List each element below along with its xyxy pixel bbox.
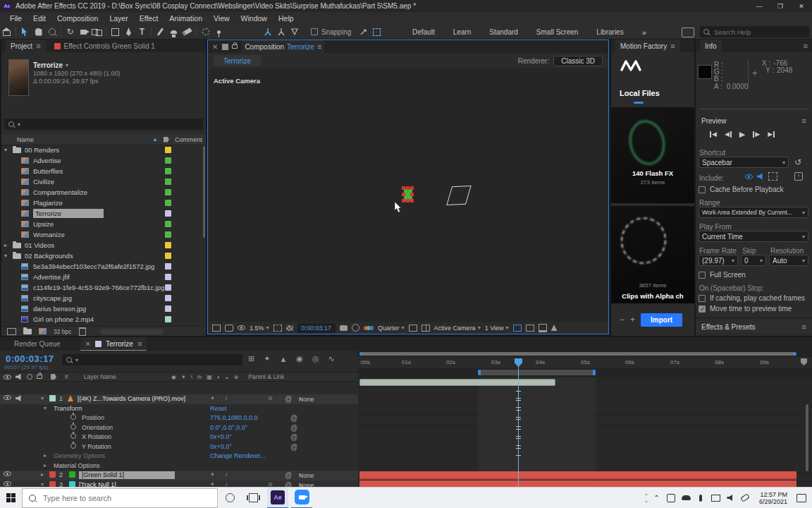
trash-icon[interactable] — [79, 327, 86, 336]
label-color-chip[interactable] — [165, 168, 171, 174]
workspace-libraries[interactable]: Libraries — [596, 28, 623, 36]
property-value[interactable]: 0.0°,0.0°,0.0° — [210, 424, 247, 431]
layer-name[interactable]: [Green Solid 1] — [79, 471, 175, 479]
parent-pickwhip-icon[interactable]: @ — [285, 471, 292, 479]
layer-color-chip[interactable] — [49, 471, 56, 478]
change-renderer-link[interactable]: Change Renderer... — [210, 452, 266, 459]
effects-presets-menu-icon[interactable]: ≡ — [802, 322, 806, 331]
x-rotation-property-row[interactable]: X Rotation 0x+0.0° @ — [0, 433, 358, 442]
project-item-image[interactable]: cityscape.jpg — [1, 293, 206, 303]
type-tool-icon[interactable]: T — [135, 26, 149, 38]
previous-frame-button[interactable]: ◀ — [725, 131, 732, 138]
project-item-comp[interactable]: Civilize — [1, 176, 206, 187]
world-axis-mode-icon[interactable] — [274, 26, 288, 38]
move-time-checkbox[interactable] — [699, 306, 706, 313]
play-button[interactable]: ▶ — [739, 131, 745, 138]
include-audio-icon[interactable] — [757, 174, 764, 180]
motion-blur-icon[interactable]: ◎ — [312, 354, 319, 363]
property-label[interactable]: Orientation — [82, 424, 113, 431]
tab-info[interactable]: Info — [700, 40, 722, 52]
timeline-panel-menu-icon[interactable]: ≡ — [137, 339, 142, 348]
network-display-icon[interactable] — [709, 490, 722, 506]
close-tab-icon[interactable]: ✕ — [212, 43, 218, 51]
label-color-chip[interactable] — [165, 284, 171, 291]
resolution-dropdown[interactable]: Quarter▾ — [378, 325, 405, 332]
collapse-switch[interactable]: ✦ — [210, 471, 215, 478]
comp-flowchart-icon[interactable] — [539, 324, 547, 332]
layer-name-column-label[interactable]: Layer Name — [84, 373, 116, 380]
label-color-chip[interactable] — [165, 274, 171, 280]
brush-tool-icon[interactable] — [154, 26, 167, 38]
index-column-label[interactable]: # — [65, 373, 68, 380]
property-label[interactable]: X Rotation — [82, 433, 111, 440]
taskbar-clock-time[interactable]: 12:57 PM — [760, 491, 787, 498]
workspace-learn[interactable]: Learn — [453, 28, 472, 36]
full-screen-checkbox[interactable] — [699, 272, 706, 279]
transform-handle[interactable] — [410, 186, 414, 190]
graph-editor-icon[interactable]: ∿ — [328, 354, 335, 363]
project-item-image[interactable]: darius benson.jpg — [1, 303, 206, 314]
layer-color-chip[interactable] — [49, 395, 56, 401]
project-scrollbar[interactable] — [203, 146, 205, 238]
label-color-chip[interactable] — [165, 189, 171, 195]
layer1-duration-bar[interactable] — [359, 379, 555, 386]
link-icon[interactable] — [739, 490, 752, 506]
main-monitor-icon[interactable] — [225, 325, 233, 332]
shortcut-dropdown[interactable]: Spacebar▾ — [699, 157, 789, 168]
home-icon[interactable] — [0, 26, 13, 38]
fx-switch-icon[interactable]: fx — [197, 374, 202, 380]
workspace-overflow-chevron[interactable]: » — [642, 28, 646, 37]
pack-card-flash-fx[interactable]: 140 Flash FX 273 items — [611, 107, 694, 203]
preview-panel-header[interactable]: Preview≡ — [696, 114, 812, 127]
camera-tool-icon[interactable] — [77, 26, 90, 38]
shy-switch-icon[interactable]: ◉ — [171, 374, 176, 380]
material-options-row[interactable]: ▸ Material Options — [0, 461, 358, 471]
menu-help[interactable]: Help — [273, 14, 300, 23]
workspace-small-screen[interactable]: Small Screen — [536, 28, 578, 36]
close-button[interactable]: ✕ — [791, 0, 812, 12]
draft-3d-icon[interactable]: ✦ — [264, 354, 270, 363]
layer-visibility-icon[interactable] — [4, 395, 11, 400]
tab-motion-factory[interactable]: Motion Factory≡ — [615, 40, 680, 52]
selected-solid-layer[interactable] — [403, 187, 413, 202]
interpret-footage-icon[interactable] — [7, 328, 16, 335]
stopwatch-icon[interactable] — [70, 433, 76, 439]
collapse-switch[interactable]: ✦ — [210, 395, 215, 401]
taskbar-zoom-app[interactable] — [291, 488, 312, 508]
stopwatch-icon[interactable] — [70, 424, 76, 430]
group-label[interactable]: Geometry Options — [54, 452, 105, 459]
tab-render-queue[interactable]: Render Queue — [14, 340, 61, 348]
layer-row-1[interactable]: ▾ 1 [(4K) Z...Towards Camera (PRO).mov] … — [0, 394, 358, 404]
project-panel-menu-icon[interactable]: ≡ — [36, 42, 40, 50]
layer3-duration-bar[interactable] — [359, 480, 796, 487]
hide-shy-layers-icon[interactable]: ▲ — [279, 355, 287, 363]
project-item-comp[interactable]: Plagiarize — [1, 198, 206, 208]
group-label[interactable]: Material Options — [54, 462, 100, 469]
taskbar-search-box[interactable] — [22, 488, 218, 508]
composition-viewport[interactable]: Active Camera — [209, 68, 608, 322]
skip-dropdown[interactable]: 0▾ — [741, 255, 766, 266]
tray-scroll-arrows-icon[interactable]: ⌃⌄ — [644, 493, 648, 503]
new-composition-icon[interactable] — [39, 328, 47, 334]
project-item-comp[interactable]: Advertise — [1, 155, 206, 166]
taskbar-clock-date[interactable]: 6/29/2021 — [759, 498, 787, 505]
effects-presets-header[interactable]: Effects & Presets≡ — [696, 320, 812, 333]
timeline-ruler[interactable]: :00s 01s 02s 03s 04s 05s 06s 07s 08s 09s — [358, 357, 812, 368]
label-color-chip[interactable] — [165, 200, 171, 206]
layer-audio-icon[interactable] — [16, 395, 23, 401]
help-search-input[interactable] — [713, 28, 793, 37]
region-of-interest-icon[interactable] — [273, 325, 282, 332]
hidden-icons-chevron[interactable]: ⌃ — [650, 490, 663, 506]
timeline-h-scrollbar-track[interactable] — [358, 351, 812, 357]
snapping-checkbox[interactable] — [311, 28, 318, 35]
frame-rate-dropdown[interactable]: (29.97)▾ — [699, 255, 738, 266]
group-twirl[interactable]: ▸ — [44, 452, 47, 459]
shape-tool-icon[interactable] — [109, 26, 122, 38]
project-item-comp[interactable]: Womanize — [1, 229, 206, 240]
solo-column-icon[interactable] — [27, 374, 32, 380]
label-color-chip[interactable] — [165, 147, 171, 153]
taskbar-ae-app[interactable]: Ae — [267, 488, 288, 508]
label-color-chip[interactable] — [165, 263, 171, 270]
transform-handle[interactable] — [406, 199, 410, 202]
label-color-chip[interactable] — [165, 179, 171, 185]
